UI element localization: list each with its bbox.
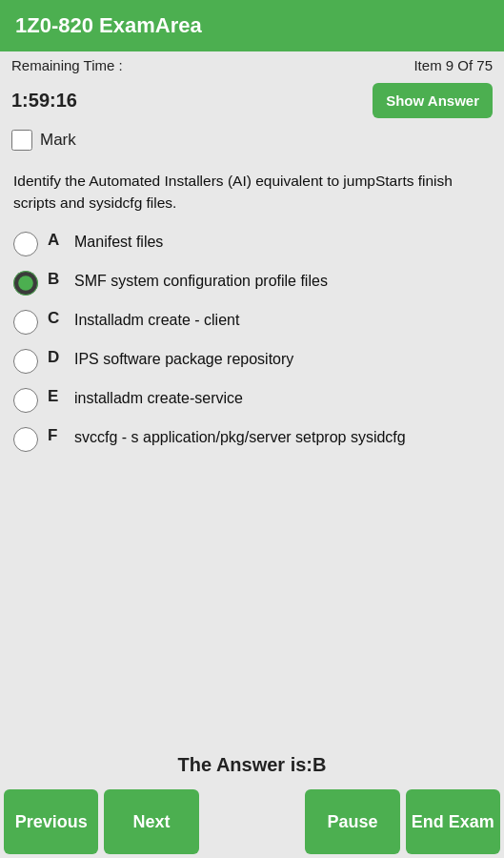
- option-radio-b[interactable]: [13, 271, 38, 296]
- option-row-d: DIPS software package repository: [10, 341, 494, 380]
- option-text-e: installadm create-service: [74, 387, 243, 409]
- answer-area: The Answer is:B: [0, 737, 504, 786]
- option-letter-d: D: [48, 348, 65, 367]
- option-row-c: CInstalladm create - client: [10, 302, 494, 341]
- option-text-a: Manifest files: [74, 231, 163, 253]
- pause-button[interactable]: Pause: [305, 789, 399, 854]
- option-letter-a: A: [48, 231, 65, 250]
- previous-button[interactable]: Previous: [4, 789, 98, 854]
- option-radio-d[interactable]: [13, 349, 38, 374]
- timer-display: 1:59:16: [11, 90, 77, 112]
- next-button[interactable]: Next: [104, 789, 198, 854]
- header: 1Z0-820 ExamArea: [0, 0, 504, 51]
- bottom-nav: Previous Next Pause End Exam: [0, 786, 504, 858]
- options-area: AManifest filesBSMF system configuration…: [0, 220, 504, 738]
- option-radio-e[interactable]: [13, 388, 38, 413]
- option-row-f: Fsvccfg - s application/pkg/server setpr…: [10, 419, 494, 459]
- item-label: Item 9 Of 75: [413, 57, 493, 73]
- option-letter-b: B: [48, 270, 65, 289]
- option-row-a: AManifest files: [10, 224, 494, 263]
- option-letter-c: C: [48, 309, 65, 328]
- show-answer-button[interactable]: Show Answer: [373, 83, 493, 118]
- nav-spacer: [205, 789, 299, 854]
- option-text-d: IPS software package repository: [74, 348, 293, 370]
- mark-row: Mark: [0, 126, 504, 160]
- answer-text: The Answer is:B: [178, 754, 327, 775]
- remaining-label: Remaining Time :: [11, 57, 123, 73]
- question-text: Identify the Automated Installers (AI) e…: [13, 173, 453, 211]
- question-area: Identify the Automated Installers (AI) e…: [0, 160, 504, 220]
- option-radio-f[interactable]: [13, 427, 38, 452]
- mark-checkbox[interactable]: [11, 130, 32, 151]
- option-letter-f: F: [48, 426, 65, 445]
- option-letter-e: E: [48, 387, 65, 406]
- option-row-e: Einstalladm create-service: [10, 380, 494, 419]
- option-radio-a[interactable]: [13, 232, 38, 256]
- option-text-b: SMF system configuration profile files: [74, 270, 328, 292]
- timer-row: 1:59:16 Show Answer: [0, 79, 504, 126]
- mark-label[interactable]: Mark: [40, 131, 76, 150]
- option-row-b: BSMF system configuration profile files: [10, 263, 494, 302]
- info-bar: Remaining Time : Item 9 Of 75: [0, 51, 504, 79]
- option-radio-c[interactable]: [13, 310, 38, 335]
- option-text-f: svccfg - s application/pkg/server setpro…: [74, 426, 406, 448]
- app-title: 1Z0-820 ExamArea: [15, 13, 202, 38]
- option-text-c: Installadm create - client: [74, 309, 239, 331]
- end-exam-button[interactable]: End Exam: [406, 789, 500, 854]
